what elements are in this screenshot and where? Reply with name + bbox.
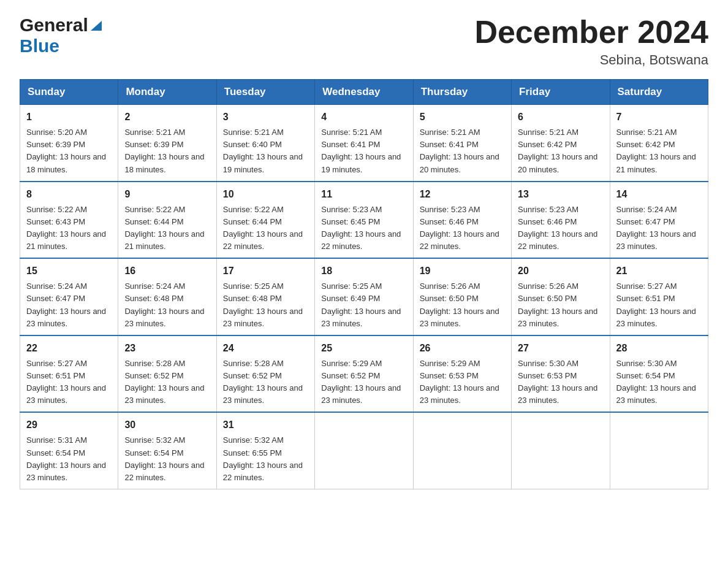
day-number: 30 xyxy=(124,418,210,432)
table-row: 19Sunrise: 5:26 AMSunset: 6:50 PMDayligh… xyxy=(413,258,511,335)
day-info: Sunrise: 5:23 AMSunset: 6:46 PMDaylight:… xyxy=(518,204,603,253)
table-row: 15Sunrise: 5:24 AMSunset: 6:47 PMDayligh… xyxy=(20,258,118,335)
table-row: 2Sunrise: 5:21 AMSunset: 6:39 PMDaylight… xyxy=(118,105,216,182)
table-row: 24Sunrise: 5:28 AMSunset: 6:52 PMDayligh… xyxy=(216,335,314,413)
day-info: Sunrise: 5:20 AMSunset: 6:39 PMDaylight:… xyxy=(26,126,112,176)
day-number: 27 xyxy=(518,341,603,356)
day-info: Sunrise: 5:26 AMSunset: 6:50 PMDaylight:… xyxy=(518,280,603,330)
table-row: 12Sunrise: 5:23 AMSunset: 6:46 PMDayligh… xyxy=(413,182,511,259)
day-number: 1 xyxy=(26,110,112,124)
logo-blue: Blue xyxy=(20,36,59,56)
title-area: December 2024 Sebina, Botswana xyxy=(474,15,708,68)
day-number: 22 xyxy=(26,341,112,356)
table-row: 5Sunrise: 5:21 AMSunset: 6:41 PMDaylight… xyxy=(413,105,511,182)
logo: General Blue xyxy=(20,15,103,56)
table-row xyxy=(413,412,511,489)
table-row: 3Sunrise: 5:21 AMSunset: 6:40 PMDaylight… xyxy=(216,105,314,182)
logo-general: General xyxy=(20,15,88,36)
day-number: 5 xyxy=(420,110,505,124)
day-number: 14 xyxy=(616,187,702,202)
table-row xyxy=(315,412,413,489)
day-number: 25 xyxy=(321,341,406,356)
day-info: Sunrise: 5:21 AMSunset: 6:39 PMDaylight:… xyxy=(124,126,210,176)
day-info: Sunrise: 5:25 AMSunset: 6:49 PMDaylight:… xyxy=(321,280,406,330)
day-info: Sunrise: 5:32 AMSunset: 6:54 PMDaylight:… xyxy=(124,434,210,484)
day-info: Sunrise: 5:22 AMSunset: 6:43 PMDaylight:… xyxy=(26,204,112,253)
day-number: 23 xyxy=(124,341,210,356)
day-number: 6 xyxy=(518,110,603,124)
table-row xyxy=(512,412,610,489)
col-thursday: Thursday xyxy=(413,80,511,105)
table-row: 23Sunrise: 5:28 AMSunset: 6:52 PMDayligh… xyxy=(118,335,216,413)
table-row: 20Sunrise: 5:26 AMSunset: 6:50 PMDayligh… xyxy=(512,258,610,335)
day-info: Sunrise: 5:24 AMSunset: 6:47 PMDaylight:… xyxy=(616,204,702,253)
col-sunday: Sunday xyxy=(20,80,118,105)
day-info: Sunrise: 5:27 AMSunset: 6:51 PMDaylight:… xyxy=(616,280,702,330)
day-info: Sunrise: 5:23 AMSunset: 6:45 PMDaylight:… xyxy=(321,204,406,253)
day-info: Sunrise: 5:28 AMSunset: 6:52 PMDaylight:… xyxy=(124,358,210,407)
day-number: 2 xyxy=(124,110,210,124)
day-info: Sunrise: 5:28 AMSunset: 6:52 PMDaylight:… xyxy=(223,358,308,407)
page-header: General Blue December 2024 Sebina, Botsw… xyxy=(20,15,708,68)
month-title: December 2024 xyxy=(474,15,708,50)
day-info: Sunrise: 5:21 AMSunset: 6:40 PMDaylight:… xyxy=(223,126,308,176)
col-wednesday: Wednesday xyxy=(315,80,413,105)
day-info: Sunrise: 5:22 AMSunset: 6:44 PMDaylight:… xyxy=(124,204,210,253)
day-number: 4 xyxy=(321,110,406,124)
table-row: 4Sunrise: 5:21 AMSunset: 6:41 PMDaylight… xyxy=(315,105,413,182)
day-number: 21 xyxy=(616,264,702,278)
table-row: 11Sunrise: 5:23 AMSunset: 6:45 PMDayligh… xyxy=(315,182,413,259)
day-number: 10 xyxy=(223,187,308,202)
day-number: 28 xyxy=(616,341,702,356)
table-row: 7Sunrise: 5:21 AMSunset: 6:42 PMDaylight… xyxy=(610,105,708,182)
col-tuesday: Tuesday xyxy=(216,80,314,105)
day-number: 11 xyxy=(321,187,406,202)
table-row: 30Sunrise: 5:32 AMSunset: 6:54 PMDayligh… xyxy=(118,412,216,489)
day-info: Sunrise: 5:29 AMSunset: 6:52 PMDaylight:… xyxy=(321,358,406,407)
day-info: Sunrise: 5:31 AMSunset: 6:54 PMDaylight:… xyxy=(26,434,112,484)
header-row: Sunday Monday Tuesday Wednesday Thursday… xyxy=(20,80,708,105)
day-info: Sunrise: 5:25 AMSunset: 6:48 PMDaylight:… xyxy=(223,280,308,330)
day-info: Sunrise: 5:26 AMSunset: 6:50 PMDaylight:… xyxy=(420,280,505,330)
day-number: 19 xyxy=(420,264,505,278)
table-row: 21Sunrise: 5:27 AMSunset: 6:51 PMDayligh… xyxy=(610,258,708,335)
day-info: Sunrise: 5:24 AMSunset: 6:47 PMDaylight:… xyxy=(26,280,112,330)
table-row: 1Sunrise: 5:20 AMSunset: 6:39 PMDaylight… xyxy=(20,105,118,182)
day-info: Sunrise: 5:30 AMSunset: 6:53 PMDaylight:… xyxy=(518,358,603,407)
calendar-week-row: 15Sunrise: 5:24 AMSunset: 6:47 PMDayligh… xyxy=(20,258,708,335)
day-number: 20 xyxy=(518,264,603,278)
day-number: 8 xyxy=(26,187,112,202)
logo-triangle-icon xyxy=(89,18,103,32)
day-number: 31 xyxy=(223,418,308,432)
day-number: 26 xyxy=(420,341,505,356)
table-row: 17Sunrise: 5:25 AMSunset: 6:48 PMDayligh… xyxy=(216,258,314,335)
table-row: 6Sunrise: 5:21 AMSunset: 6:42 PMDaylight… xyxy=(512,105,610,182)
table-row: 28Sunrise: 5:30 AMSunset: 6:54 PMDayligh… xyxy=(610,335,708,413)
table-row: 13Sunrise: 5:23 AMSunset: 6:46 PMDayligh… xyxy=(512,182,610,259)
table-row xyxy=(610,412,708,489)
day-number: 12 xyxy=(420,187,505,202)
day-number: 9 xyxy=(124,187,210,202)
table-row: 27Sunrise: 5:30 AMSunset: 6:53 PMDayligh… xyxy=(512,335,610,413)
day-info: Sunrise: 5:32 AMSunset: 6:55 PMDaylight:… xyxy=(223,434,308,484)
day-number: 24 xyxy=(223,341,308,356)
col-saturday: Saturday xyxy=(610,80,708,105)
table-row: 8Sunrise: 5:22 AMSunset: 6:43 PMDaylight… xyxy=(20,182,118,259)
table-row: 26Sunrise: 5:29 AMSunset: 6:53 PMDayligh… xyxy=(413,335,511,413)
day-info: Sunrise: 5:22 AMSunset: 6:44 PMDaylight:… xyxy=(223,204,308,253)
calendar-week-row: 1Sunrise: 5:20 AMSunset: 6:39 PMDaylight… xyxy=(20,105,708,182)
day-number: 13 xyxy=(518,187,603,202)
calendar-week-row: 22Sunrise: 5:27 AMSunset: 6:51 PMDayligh… xyxy=(20,335,708,413)
day-number: 17 xyxy=(223,264,308,278)
calendar-week-row: 8Sunrise: 5:22 AMSunset: 6:43 PMDaylight… xyxy=(20,182,708,259)
table-row: 14Sunrise: 5:24 AMSunset: 6:47 PMDayligh… xyxy=(610,182,708,259)
table-row: 18Sunrise: 5:25 AMSunset: 6:49 PMDayligh… xyxy=(315,258,413,335)
col-friday: Friday xyxy=(512,80,610,105)
day-info: Sunrise: 5:29 AMSunset: 6:53 PMDaylight:… xyxy=(420,358,505,407)
calendar-week-row: 29Sunrise: 5:31 AMSunset: 6:54 PMDayligh… xyxy=(20,412,708,489)
svg-marker-0 xyxy=(91,21,102,31)
table-row: 16Sunrise: 5:24 AMSunset: 6:48 PMDayligh… xyxy=(118,258,216,335)
col-monday: Monday xyxy=(118,80,216,105)
table-row: 29Sunrise: 5:31 AMSunset: 6:54 PMDayligh… xyxy=(20,412,118,489)
table-row: 25Sunrise: 5:29 AMSunset: 6:52 PMDayligh… xyxy=(315,335,413,413)
